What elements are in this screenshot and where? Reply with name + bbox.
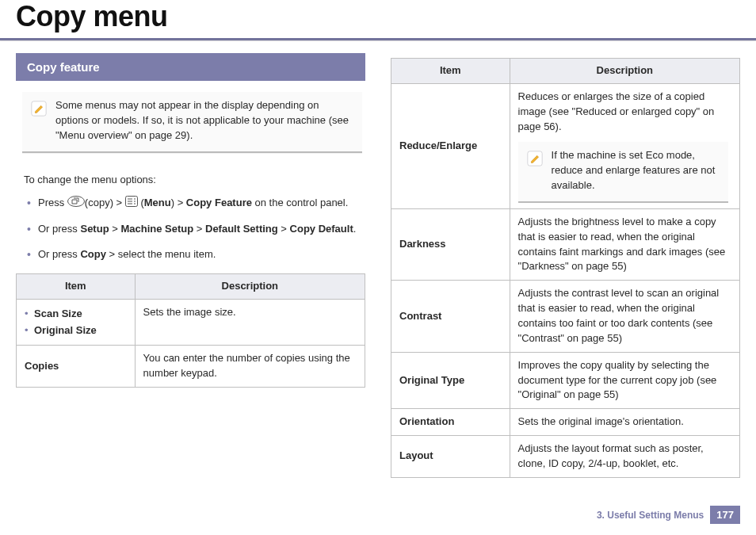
text-default-setting: Default Setting <box>205 223 278 235</box>
page-footer: 3. Useful Setting Menus 177 <box>597 506 740 524</box>
cell-desc: Adjusts the contrast level to scan an or… <box>510 281 739 352</box>
cell-item: Orientation <box>391 409 510 436</box>
pencil-note-icon <box>526 150 544 167</box>
text-fragment: . <box>353 223 357 235</box>
text-fragment: ( <box>138 197 144 208</box>
cell-item: Darkness <box>391 208 510 280</box>
cell-desc: Adjusts the brightness level to make a c… <box>510 208 739 280</box>
text-setup: Setup <box>80 223 109 235</box>
steps-list: Press (copy) > (Menu) > Copy Feature on … <box>16 195 365 262</box>
left-table: Item Description Scan Size Original Size… <box>16 273 365 388</box>
text-menu: Menu <box>144 197 171 208</box>
pencil-note-icon <box>30 100 48 117</box>
cell-desc: Sets the image size. <box>135 299 365 346</box>
table-header-row: Item Description <box>391 59 740 84</box>
intro-text: To change the menu options: <box>24 172 357 188</box>
text-machine-setup: Machine Setup <box>120 223 193 235</box>
original-size-label: Original Size <box>34 324 97 336</box>
section-header-copy-feature: Copy feature <box>16 53 365 81</box>
text-fragment: Press <box>38 197 67 208</box>
table-row: Orientation Sets the original image's or… <box>391 409 740 436</box>
right-table: Item Description Reduce/Enlarge Reduces … <box>391 58 740 478</box>
step-2: Or press Setup > Machine Setup > Default… <box>38 221 365 237</box>
cell-item: Copies <box>17 346 136 388</box>
info-note-text: Some menus may not appear in the display… <box>55 99 349 141</box>
cell-desc: You can enter the number of copies using… <box>135 346 365 388</box>
svg-point-1 <box>67 196 84 206</box>
table-row: Darkness Adjusts the brightness level to… <box>391 208 740 280</box>
table-row: Contrast Adjusts the contrast level to s… <box>391 281 740 352</box>
desc-text: Reduces or enlarges the size of a copied… <box>518 90 715 132</box>
table-row: Copies You can enter the number of copie… <box>17 346 365 388</box>
page-number: 177 <box>710 506 740 524</box>
page-title: Copy menu <box>16 0 740 33</box>
cell-desc: Improves the copy quality by selecting t… <box>510 352 739 409</box>
menu-button-icon <box>125 196 138 212</box>
cell-item: Contrast <box>391 281 510 352</box>
info-note-top: Some menus may not appear in the display… <box>22 92 362 153</box>
cell-desc: Sets the original image's orientation. <box>510 409 739 436</box>
text-fragment: > select the menu item. <box>106 248 216 260</box>
table-row: Original Type Improves the copy quality … <box>391 352 740 409</box>
header-item: Item <box>17 273 136 299</box>
table-row: Scan Size Original Size Sets the image s… <box>17 299 365 346</box>
copy-button-icon <box>67 196 85 212</box>
text-fragment: on the control panel. <box>252 197 348 208</box>
table-row: Reduce/Enlarge Reduces or enlarges the s… <box>391 83 740 208</box>
text-fragment: ) > <box>171 197 186 208</box>
text-copy-feature: Copy Feature <box>186 197 252 208</box>
left-column: Copy feature Some menus may not appear i… <box>16 53 365 478</box>
text-fragment: > <box>278 223 290 235</box>
cell-item: Original Type <box>391 352 510 409</box>
scan-size-label: Scan Size <box>34 308 82 319</box>
eco-note-text: If the machine is set Eco mode, reduce a… <box>552 149 716 191</box>
eco-note: If the machine is set Eco mode, reduce a… <box>518 142 728 203</box>
text-fragment: Or press <box>38 248 80 260</box>
right-column: Item Description Reduce/Enlarge Reduces … <box>391 53 740 478</box>
text-copy: Copy <box>80 248 106 260</box>
table-row: Layout Adjusts the layout format such as… <box>391 436 740 478</box>
header-item: Item <box>391 59 510 84</box>
text-fragment: > <box>193 223 205 235</box>
step-1: Press (copy) > (Menu) > Copy Feature on … <box>38 195 365 212</box>
header-description: Description <box>510 59 739 84</box>
cell-item: Scan Size Original Size <box>17 299 136 346</box>
cell-item: Layout <box>391 436 510 478</box>
cell-desc: Reduces or enlarges the size of a copied… <box>510 83 739 208</box>
text-fragment: > <box>109 223 121 235</box>
table-header-row: Item Description <box>17 273 365 299</box>
text-fragment: (copy) > <box>85 197 125 208</box>
chapter-label: 3. Useful Setting Menus <box>597 510 704 521</box>
cell-item: Reduce/Enlarge <box>391 83 510 208</box>
text-fragment: Or press <box>38 223 80 235</box>
step-3: Or press Copy > select the menu item. <box>38 246 365 262</box>
header-description: Description <box>135 273 365 299</box>
text-copy-default: Copy Default <box>290 223 353 235</box>
cell-desc: Adjusts the layout format such as poster… <box>510 436 739 478</box>
